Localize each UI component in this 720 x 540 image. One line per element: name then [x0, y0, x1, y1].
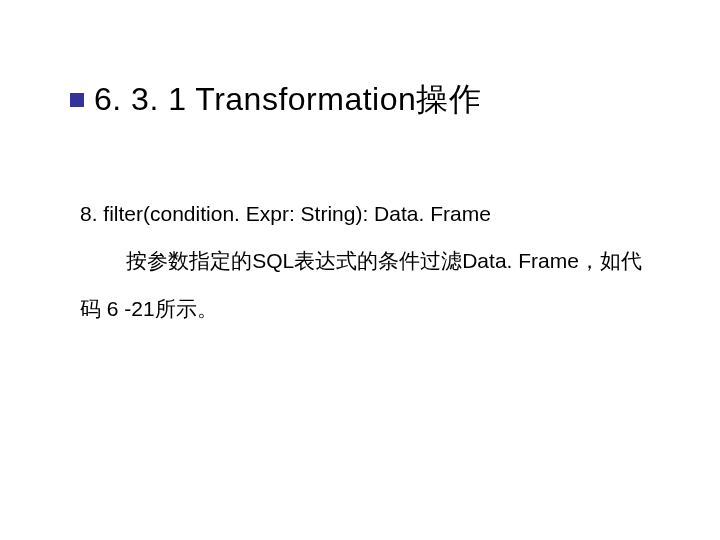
- slide-body: 8. filter(condition. Expr: String): Data…: [80, 190, 660, 332]
- slide-heading: 6. 3. 1 Transformation操作: [94, 78, 481, 122]
- item-label: 8. filter(condition. Expr: String): Data…: [80, 190, 660, 237]
- slide-heading-row: 6. 3. 1 Transformation操作: [70, 78, 481, 122]
- item-description: 按参数指定的SQL表达式的条件过滤Data. Frame，如代码 6 -21所示…: [80, 237, 660, 332]
- heading-bullet: [70, 93, 84, 107]
